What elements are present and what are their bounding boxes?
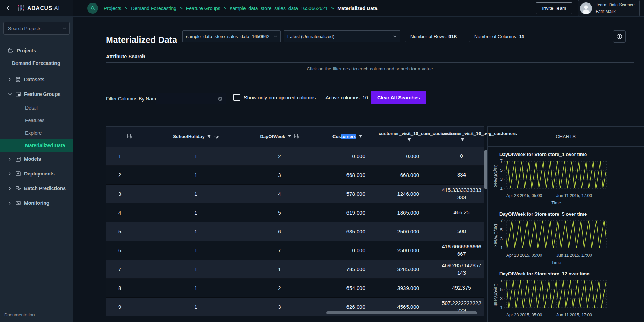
charts-panel-header: CHARTS [488, 127, 644, 147]
sidebar-item-projects[interactable]: Projects [0, 43, 73, 58]
filter-icon[interactable] [358, 134, 363, 139]
edit-column-icon[interactable] [294, 134, 299, 139]
chevron-right-icon [8, 77, 12, 82]
chart-card: DayOfWeekDayOfWeek for Store store_5 ove… [491, 211, 644, 266]
sidebar-item-models[interactable]: Models [0, 152, 73, 166]
attribute-search-label: Attribute Search [106, 54, 145, 59]
table-row: 516635.0002500.000500 [106, 222, 484, 241]
topbar-actions: Invite Team Team: Data Science Fatir Mal… [536, 0, 644, 16]
chart-y-axis-label: DayOfWeek [491, 211, 498, 266]
attribute-search-box[interactable]: Click on the filter next to each column … [106, 62, 634, 75]
sidebar-item-materialized-data[interactable]: Materialized Data [0, 139, 73, 152]
table-cell: 1 [106, 147, 151, 165]
sidebar-item-label: Deployments [24, 171, 55, 177]
breadcrumb-item-feature-groups[interactable]: Feature Groups [186, 6, 220, 11]
breadcrumb-item-projects[interactable]: Projects [104, 6, 122, 11]
search-icon [90, 6, 95, 11]
filter-columns-input[interactable] [156, 93, 226, 104]
search-button[interactable] [87, 3, 98, 14]
table-row: 812654.0003939.000492.375 [106, 279, 484, 298]
filter-columns-label: Filter Columns By Name: [106, 96, 160, 102]
column-header-customer-visit-10-avg-customers[interactable]: customer_visit_10_avg_customers [439, 130, 484, 144]
filter-icon[interactable] [460, 138, 465, 142]
feature-group-select[interactable]: sample_data_store_sales_data_1650662... [182, 30, 281, 42]
deployments-icon [15, 171, 21, 177]
table-cell: 3285.000 [376, 260, 439, 278]
column-header-row-index[interactable] [106, 133, 151, 140]
sidebar-item-datasets[interactable]: Datasets [0, 72, 73, 87]
table-cell: 1 [151, 166, 240, 184]
column-header-customer-visit-10-sum-customers[interactable]: customer_visit_10_sum_customers [376, 130, 439, 144]
version-select[interactable]: Latest (Unmaterialized) [284, 30, 400, 42]
sidebar-item-features[interactable]: Features [0, 114, 73, 127]
abacus-logo[interactable]: ABACUS.AI [17, 5, 60, 12]
svg-text:3: 3 [500, 296, 503, 301]
filter-icon[interactable] [287, 134, 292, 139]
table-cell: 6 [106, 241, 151, 260]
column-header-schoolholiday[interactable]: SchoolHoliday [151, 133, 240, 140]
search-projects-select[interactable]: Search Projects [3, 22, 70, 35]
show-non-ignored-checkbox[interactable] [233, 94, 240, 101]
attribute-search-placeholder: Click on the filter next to each column … [307, 66, 433, 72]
back-icon[interactable] [5, 5, 11, 11]
breadcrumb-item-demand-forecasting[interactable]: Demand Forecasting [131, 6, 176, 11]
vertical-scrollbar-thumb[interactable] [484, 150, 487, 189]
avatar [580, 2, 592, 14]
team-label: Team: Data Science [595, 2, 635, 8]
clear-all-searches-button[interactable]: Clear All Searches [371, 91, 426, 104]
column-header-customers[interactable]: Customers [319, 133, 376, 140]
line-chart: 7531 [498, 159, 610, 191]
table-cell: 0.000 [319, 147, 376, 165]
info-button[interactable] [613, 30, 626, 43]
table-cell: 334 [439, 166, 484, 184]
column-header-dayofweek[interactable]: DayOfWeek [240, 133, 319, 140]
documentation-link[interactable]: Documentation [4, 312, 35, 317]
column-header-label: Customers [332, 134, 356, 139]
clear-input-icon[interactable] [218, 96, 223, 102]
chart-x-tick: Apr 23 2015, 05:00 [506, 193, 542, 198]
edit-column-icon[interactable] [127, 134, 132, 139]
table-cell: 9 [106, 298, 151, 316]
filter-icon[interactable] [407, 138, 411, 142]
table-cell: 5 [106, 222, 151, 241]
invite-team-button[interactable]: Invite Team [536, 2, 572, 14]
info-icon [616, 33, 622, 39]
sidebar-item-explore[interactable]: Explore [0, 127, 73, 139]
chart-x-axis: Apr 23 2015, 05:00Jun 11 2015, 17:00 [506, 252, 606, 258]
svg-text:3: 3 [500, 177, 503, 182]
chart-card: DayOfWeekDayOfWeek for Store store_12 ov… [491, 271, 644, 317]
sidebar-item-deployments[interactable]: Deployments [0, 166, 73, 181]
sidebar-item-label: Datasets [24, 77, 44, 82]
table-row: 711785.0003285.000469.2857142857143 [106, 260, 484, 279]
table-cell: 0.000 [319, 241, 376, 260]
sidebar-item-detail[interactable]: Detail [0, 102, 73, 114]
user-chip[interactable]: Team: Data Science Fatir Malik [578, 0, 640, 16]
chevron-down-icon [8, 92, 12, 97]
chevron-right-icon [8, 172, 12, 176]
chevron-down-icon[interactable] [59, 26, 69, 31]
table-cell: 1 [151, 298, 240, 316]
sidebar-item-monitoring[interactable]: Monitoring [0, 196, 73, 210]
show-non-ignored-label: Show only non-ignored columns [244, 95, 316, 100]
filter-icon[interactable] [207, 134, 211, 139]
horizontal-scrollbar-thumb[interactable] [326, 311, 477, 314]
columns-count-badge: Number of Columns:11 [469, 31, 529, 42]
sidebar-item-batch-predictions[interactable]: Batch Predictions [0, 181, 73, 196]
table-cell: 1 [151, 147, 240, 165]
chart-x-axis: Apr 23 2015, 05:00Jun 11 2015, 17:00 [506, 312, 606, 317]
table-cell: 1 [151, 260, 240, 278]
chart-x-tick: Jun 11 2015, 17:00 [556, 313, 592, 317]
topbar: ABACUS.AI Projects>Demand Forecasting>Fe… [0, 0, 644, 17]
chevron-right-icon [8, 157, 12, 162]
sidebar-item-feature-groups[interactable]: Feature Groups [0, 87, 73, 102]
breadcrumb-item-sample-data-store-sales-data-1650662621[interactable]: sample_data_store_sales_data_1650662621 [230, 6, 328, 11]
table-cell: 416.6666666666667 [439, 241, 484, 260]
models-icon [15, 156, 21, 162]
table-cell: 1 [151, 222, 240, 241]
rows-count-value: 91K [448, 34, 457, 39]
edit-column-icon[interactable] [213, 134, 219, 139]
sidebar-item-demand-forecasting[interactable]: Demand Forecasting [0, 58, 73, 72]
chart-x-axis: Apr 23 2015, 05:00Jun 11 2015, 17:00 [506, 193, 606, 198]
table-cell: 1 [151, 241, 240, 260]
active-columns-count: Active columns: 10 [325, 95, 368, 100]
